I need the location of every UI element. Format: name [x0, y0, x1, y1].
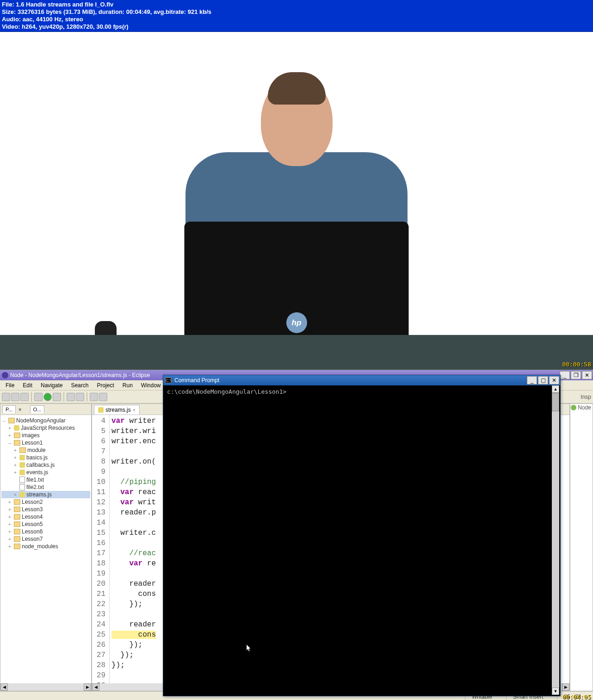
timestamp-bottom: 00:04:05: [562, 694, 591, 700]
tree-basics[interactable]: basics.js: [26, 454, 48, 461]
tree-lesson6[interactable]: Lesson6: [22, 528, 43, 535]
tree-jsres[interactable]: JavaScript Resources: [21, 425, 75, 431]
laptop: hp: [185, 222, 409, 344]
expand-icon[interactable]: +: [7, 514, 12, 520]
command-prompt-window[interactable]: C:\ Command Prompt _ ▢ ✕ c:\code\NodeMon…: [163, 375, 561, 696]
eclipse-icon: [2, 372, 8, 378]
cmd-window-controls: _ ▢ ✕: [527, 375, 560, 385]
search-icon[interactable]: [76, 393, 84, 401]
menu-project[interactable]: Project: [93, 381, 117, 390]
line-gutter: 4567891011121314151617181920212223242526…: [92, 415, 110, 683]
expand-icon[interactable]: +: [12, 448, 18, 453]
tree-events[interactable]: events.js: [26, 469, 48, 476]
tree-lesson2[interactable]: Lesson2: [22, 499, 43, 505]
menu-run[interactable]: Run: [119, 381, 136, 390]
tree-lesson7[interactable]: Lesson7: [22, 536, 43, 542]
menu-edit[interactable]: Edit: [19, 381, 36, 390]
editor-tab-label: streams.js: [105, 407, 131, 413]
close-button[interactable]: ✕: [582, 371, 592, 379]
expand-icon[interactable]: +: [12, 463, 18, 468]
size-line: Size: 33276316 bytes (31.73 MiB), durati…: [2, 8, 591, 16]
perspective-label: Node: [578, 404, 591, 411]
tree-node-modules[interactable]: node_modules: [22, 543, 58, 550]
tree-lesson4[interactable]: Lesson4: [22, 514, 43, 520]
cmd-vscrollbar[interactable]: ▲ ▼: [552, 385, 559, 695]
explorer-hscroll[interactable]: ◀ ▶: [0, 683, 91, 691]
expand-icon[interactable]: +: [7, 537, 12, 542]
expand-icon[interactable]: +: [7, 507, 12, 512]
tree-callbacks[interactable]: callbacks.js: [26, 462, 55, 468]
tree-file2[interactable]: file2.txt: [26, 484, 44, 490]
tree-lesson3[interactable]: Lesson3: [22, 506, 43, 513]
project-explorer-tab[interactable]: P...: [2, 405, 16, 413]
audio-line: Audio: aac, 44100 Hz, stereo: [2, 16, 591, 23]
project-tree[interactable]: –NodeMongoAngular +JavaScript Resources …: [0, 415, 91, 683]
cmd-icon: C:\: [165, 378, 172, 383]
tree-images[interactable]: images: [22, 432, 40, 439]
tree-lesson5[interactable]: Lesson5: [22, 521, 43, 527]
expand-icon[interactable]: +: [7, 529, 12, 534]
scroll-thumb[interactable]: [552, 393, 559, 411]
scroll-right-icon[interactable]: ▶: [84, 683, 91, 691]
cmd-body[interactable]: c:\code\NodeMongoAngular\Lesson1>: [164, 385, 552, 695]
project-explorer-panel: P... × O... –NodeMongoAngular +JavaScrip…: [0, 403, 92, 691]
scroll-down-icon[interactable]: ▼: [552, 688, 559, 695]
minimize-button[interactable]: _: [560, 371, 570, 379]
editor-tab-streams[interactable]: streams.js ×: [94, 405, 140, 415]
expand-icon[interactable]: +: [7, 500, 12, 505]
tree-module[interactable]: module: [27, 447, 45, 453]
expand-icon[interactable]: +: [7, 522, 12, 527]
expand-icon[interactable]: +: [7, 433, 12, 438]
save-icon[interactable]: [11, 393, 19, 401]
tab-close-icon[interactable]: ×: [133, 407, 136, 413]
collapse-icon[interactable]: –: [1, 418, 7, 423]
maximize-button[interactable]: ▢: [538, 376, 548, 384]
new-icon[interactable]: [2, 393, 10, 401]
scroll-left-icon[interactable]: ◀: [92, 683, 99, 691]
source-area[interactable]: var writerwriter.wriwriter.enc writer.on…: [110, 415, 158, 683]
back-icon[interactable]: [90, 393, 98, 401]
video-line: Video: h264, yuv420p, 1280x720, 30.00 fp…: [2, 23, 591, 31]
expand-icon[interactable]: +: [12, 492, 18, 497]
tree-streams[interactable]: streams.js: [26, 491, 52, 498]
menu-navigate[interactable]: Navigate: [37, 381, 66, 390]
expand-icon[interactable]: +: [7, 544, 12, 549]
js-file-icon: [98, 407, 104, 413]
close-button[interactable]: ✕: [549, 376, 559, 384]
restore-button[interactable]: ❐: [571, 371, 581, 379]
expand-icon[interactable]: +: [7, 426, 12, 431]
timestamp-top: 00:00:58: [562, 361, 591, 368]
cmd-titlebar[interactable]: C:\ Command Prompt: [163, 375, 560, 385]
explorer-close-icon[interactable]: ×: [19, 407, 21, 412]
desktop-area: Node - NodeMongoAngular/Lesson1/streams.…: [0, 370, 593, 700]
tree-file1[interactable]: file1.txt: [26, 477, 44, 483]
expand-icon[interactable]: +: [12, 470, 18, 475]
run-icon[interactable]: [43, 393, 52, 401]
tree-lesson1[interactable]: Lesson1: [22, 440, 43, 446]
file-name: 1.6 Handle streams and file I_O.flv: [16, 1, 113, 8]
perspective-node[interactable]: Node: [571, 404, 591, 411]
cmd-prompt: c:\code\NodeMongoAngular\Lesson1>: [167, 388, 286, 395]
save-all-icon[interactable]: [20, 393, 29, 401]
forward-icon[interactable]: [99, 393, 107, 401]
debug-icon[interactable]: [34, 393, 43, 401]
menu-window[interactable]: Window: [137, 381, 165, 390]
media-info-overlay: File: 1.6 Handle streams and file I_O.fl…: [0, 0, 593, 32]
scroll-right-icon[interactable]: ▶: [562, 683, 569, 691]
scroll-left-icon[interactable]: ◀: [0, 683, 8, 691]
inspector-label[interactable]: Insp: [581, 394, 591, 400]
file-label: File:: [2, 1, 14, 8]
scroll-up-icon[interactable]: ▲: [552, 385, 559, 393]
menu-search[interactable]: Search: [67, 381, 92, 390]
collapse-icon[interactable]: –: [7, 440, 12, 446]
ext-tools-icon[interactable]: [53, 393, 61, 401]
tree-root[interactable]: NodeMongoAngular: [16, 417, 66, 424]
outline-tab[interactable]: O...: [30, 405, 45, 413]
node-icon: [571, 405, 576, 410]
menu-file[interactable]: File: [2, 381, 18, 390]
eclipse-outer-window-controls: _ ❐ ✕: [560, 370, 593, 380]
expand-icon[interactable]: +: [12, 455, 18, 460]
minimize-button[interactable]: _: [527, 376, 537, 384]
open-type-icon[interactable]: [67, 393, 75, 401]
right-sidebar: [570, 403, 593, 691]
